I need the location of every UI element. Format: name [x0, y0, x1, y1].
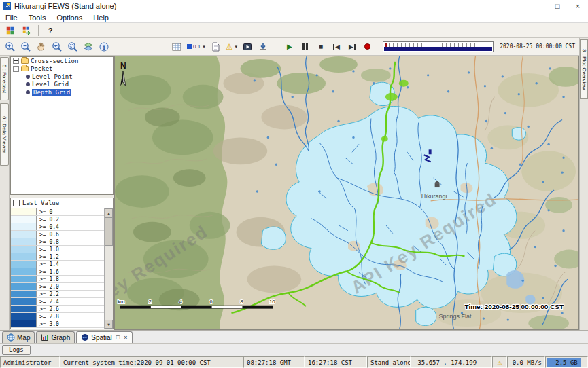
menu-file[interactable]: File — [0, 14, 23, 22]
central-zone: i 0.1 ▾ ⚠ ▾ — [0, 38, 588, 330]
minimize-button[interactable]: — — [527, 0, 547, 12]
legend-label: >= 1.8 — [37, 276, 59, 282]
menu-bar: File Tools Options Help — [0, 12, 588, 23]
skip-start-button[interactable]: ◀ — [329, 40, 344, 54]
tab-map[interactable]: Map — [2, 331, 35, 343]
legend-swatch — [11, 298, 37, 305]
logs-button[interactable]: Logs — [2, 345, 31, 355]
scrollbar-thumb[interactable] — [105, 217, 113, 246]
document-button[interactable] — [208, 40, 223, 54]
collapse-minus-icon[interactable] — [13, 66, 19, 72]
legend-swatch — [11, 231, 37, 238]
scrollbar-track[interactable] — [105, 246, 113, 320]
area-label: Springs Flat — [439, 313, 472, 320]
legend-label: >= 1.6 — [37, 268, 59, 275]
menu-help[interactable]: Help — [88, 14, 114, 22]
memory-label: 2.5 GB — [555, 359, 578, 366]
play-button[interactable]: ▶ — [282, 40, 297, 54]
title-bar: Hikurangi FEWS (Stand alone) — □ × — [0, 0, 588, 12]
info-icon: i — [99, 41, 109, 52]
play-icon: ▶ — [287, 43, 292, 50]
timeline-band — [384, 47, 492, 51]
sidebar-tab-data-viewer[interactable]: 6 : Data Viewer — [0, 103, 9, 166]
animation-export-button[interactable] — [240, 40, 255, 54]
data-viewer-panel: Cross-section Pocket Level Point — [10, 56, 114, 330]
menu-options[interactable]: Options — [51, 14, 88, 22]
legend-body: >= 0 >= 0.2 >= 0.4 >= 0.6 >= 0.8 >= 1.0 … — [11, 208, 113, 329]
export-database-icon[interactable] — [19, 24, 34, 37]
chevron-down-icon: ▾ — [203, 44, 205, 50]
legend-swatch — [11, 238, 37, 245]
scale-tick: 6 — [209, 299, 213, 305]
timeline-slider[interactable] — [383, 41, 494, 52]
help-button[interactable]: ? — [43, 24, 58, 37]
record-button[interactable] — [360, 40, 375, 54]
legend-swatch — [11, 283, 37, 290]
warning-selector[interactable]: ⚠ ▾ — [224, 40, 239, 54]
pause-icon — [302, 43, 308, 50]
tree-item-level-point[interactable]: Level Point — [11, 73, 113, 81]
panel-maximize-icon[interactable]: □ — [116, 334, 120, 341]
grid-display-button[interactable] — [169, 40, 184, 54]
logs-row: Logs — [0, 343, 588, 356]
map-canvas[interactable]: API Key Required — [115, 56, 578, 329]
status-coordinates: -35.657 , 174.199 — [411, 356, 492, 368]
panel-close-icon[interactable]: × — [124, 334, 127, 341]
pause-button[interactable] — [298, 40, 313, 54]
legend-label: >= 0.8 — [37, 238, 59, 245]
stop-button[interactable]: ■ — [313, 40, 328, 54]
layers-icon — [83, 41, 94, 52]
map-panel[interactable]: API Key Required — [114, 56, 579, 330]
layer-dot-icon — [26, 90, 30, 94]
main-row: 5 : Forecast 6 : Data Viewer Cross-secti… — [0, 56, 579, 330]
expand-plus-icon[interactable] — [13, 58, 19, 64]
database-icon[interactable] — [3, 24, 18, 37]
scale-tick: 10 — [269, 299, 275, 305]
movie-icon — [242, 41, 253, 52]
tree-item-pocket[interactable]: Pocket — [11, 65, 113, 73]
threshold-selector[interactable]: 0.1 ▾ — [185, 40, 207, 54]
scroll-down-icon[interactable]: ▼ — [105, 320, 113, 329]
database-grid-icon — [5, 26, 15, 35]
help-label: ? — [48, 26, 53, 35]
scroll-up-icon[interactable]: ▲ — [105, 208, 113, 217]
zoom-out-button[interactable] — [18, 40, 33, 54]
maximize-button[interactable]: □ — [547, 0, 568, 12]
skip-end-button[interactable]: ▶ — [345, 40, 360, 54]
last-value-checkbox[interactable] — [13, 200, 20, 206]
tab-graph-label: Graph — [51, 334, 70, 342]
chevron-down-icon: ▾ — [235, 44, 237, 50]
tree-item-depth-grid[interactable]: Depth Grid — [11, 88, 113, 96]
layer-dot-icon — [26, 75, 30, 79]
download-profile-button[interactable] — [256, 40, 271, 54]
status-warning-icon[interactable]: ⚠ — [492, 356, 507, 368]
legend-scrollbar[interactable]: ▲ ▼ — [104, 208, 113, 329]
tree-item-level-grid[interactable]: Level Grid — [11, 81, 113, 89]
sidebar-tab-forecast[interactable]: 5 : Forecast — [0, 57, 9, 100]
legend-row: >= 0.6 — [11, 231, 104, 238]
tab-spatial[interactable]: Spatial □ × — [76, 331, 132, 343]
zoom-previous-button[interactable] — [50, 40, 65, 54]
status-user: Administrator — [0, 356, 60, 368]
folder-icon — [21, 66, 29, 71]
map-toolbar: i 0.1 ▾ ⚠ ▾ — [0, 38, 579, 56]
legend-row: >= 1.2 — [11, 253, 104, 261]
close-button[interactable]: × — [568, 0, 588, 12]
info-button[interactable]: i — [97, 40, 111, 54]
legend-list: >= 0 >= 0.2 >= 0.4 >= 0.6 >= 0.8 >= 1.0 … — [11, 208, 104, 329]
zoom-extent-button[interactable] — [65, 40, 80, 54]
status-memory: 2.5 GB — [545, 356, 588, 368]
sidebar-tab-plot-overview[interactable]: 3 : Plot Overview — [580, 39, 588, 99]
menu-tools[interactable]: Tools — [23, 14, 52, 22]
tab-graph[interactable]: Graph — [36, 331, 75, 343]
zoom-in-button[interactable] — [3, 40, 18, 54]
skip-start-icon: ◀ — [333, 43, 340, 50]
main-toolbar: ? — [0, 23, 588, 38]
map-time-label: Time: 2020-08-25 00:00:00 CST — [465, 303, 564, 310]
pan-button[interactable] — [34, 40, 49, 54]
legend-label: >= 2.8 — [37, 313, 59, 320]
legend-row: >= 1.8 — [11, 276, 104, 283]
tree-item-cross-section[interactable]: Cross-section — [11, 57, 113, 65]
layers-button[interactable] — [81, 40, 96, 54]
status-gmt-time: 08:27:18 GMT — [243, 356, 305, 368]
